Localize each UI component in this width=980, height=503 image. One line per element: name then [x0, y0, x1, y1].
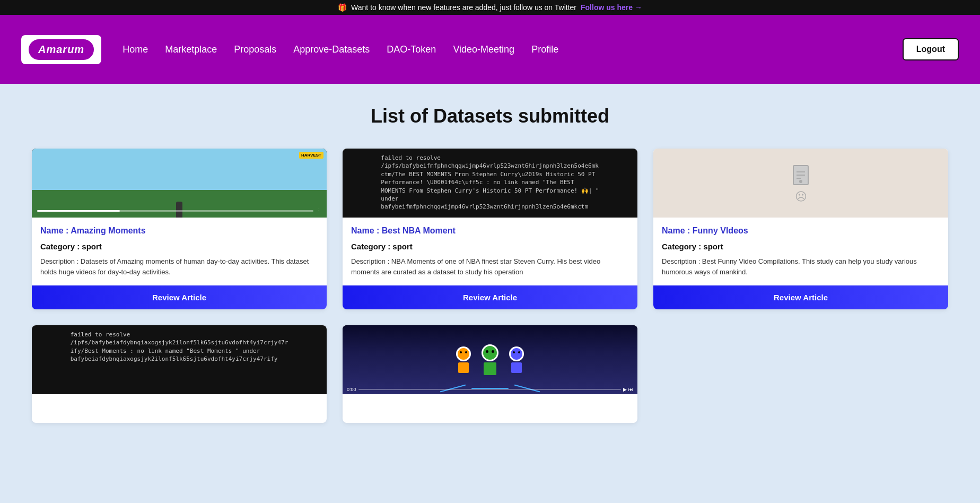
- nav-dao-token[interactable]: DAO-Token: [387, 44, 436, 55]
- follow-link[interactable]: Follow us here →: [581, 3, 642, 12]
- dataset-card-5: 0:00 ▶ ⏮: [343, 325, 637, 423]
- error-text-4: failed to resolve /ipfs/bafybeiafdybnqia…: [71, 331, 288, 363]
- card-name-2[interactable]: Name : Best NBA Moment: [351, 226, 629, 236]
- main-content: List of Datasets submitted HARVEST ⋮ Nam…: [0, 84, 980, 444]
- navbar: Amarum Home Marketplace Proposals Approv…: [0, 15, 980, 84]
- card-category-1: Category : sport: [40, 242, 318, 251]
- card-desc-1: Description : Datasets of Amazing moment…: [40, 256, 318, 277]
- logo-wrap: Amarum: [21, 35, 101, 64]
- card-body-4: [32, 394, 327, 423]
- review-button-3[interactable]: Review Article: [653, 285, 948, 309]
- logo[interactable]: Amarum: [28, 38, 95, 61]
- dataset-card-3: ☹ Name : Funny VIdeos Category : sport D…: [653, 149, 948, 309]
- error-text-2: failed to resolve /ipfs/bafybeifmfphnchq…: [381, 154, 599, 211]
- card-name-1[interactable]: Name : Amazing Moments: [40, 226, 318, 236]
- nav-home[interactable]: Home: [122, 44, 148, 55]
- card-media-4: failed to resolve /ipfs/bafybeiafdybnqia…: [32, 325, 327, 394]
- page-title: List of Datasets submitted: [32, 105, 948, 127]
- logout-button[interactable]: Logout: [903, 38, 959, 60]
- file-placeholder-icon: ☹: [788, 162, 813, 204]
- card-category-3: Category : sport: [662, 242, 940, 251]
- dataset-grid: HARVEST ⋮ Name : Amazing Moments Categor…: [32, 149, 948, 423]
- card-media-1: HARVEST ⋮: [32, 149, 327, 218]
- card-category-2: Category : sport: [351, 242, 629, 251]
- watermark: HARVEST: [299, 152, 323, 159]
- nav-profile[interactable]: Profile: [531, 44, 558, 55]
- review-button-2[interactable]: Review Article: [343, 285, 637, 309]
- card-body-2: Name : Best NBA Moment Category : sport …: [343, 218, 637, 285]
- nav-marketplace[interactable]: Marketplace: [165, 44, 217, 55]
- banner-message: Want to know when new features are added…: [351, 3, 576, 12]
- dataset-card-4: failed to resolve /ipfs/bafybeiafdybnqia…: [32, 325, 327, 423]
- svg-point-4: [799, 180, 802, 183]
- card-media-2: failed to resolve /ipfs/bafybeifmfphnchq…: [343, 149, 637, 218]
- card-body-1: Name : Amazing Moments Category : sport …: [32, 218, 327, 285]
- nav-proposals[interactable]: Proposals: [234, 44, 276, 55]
- card-media-5: 0:00 ▶ ⏮: [343, 325, 637, 394]
- banner-icon: 🎁: [338, 3, 347, 12]
- nav-links: Home Marketplace Proposals Approve-Datas…: [122, 44, 903, 55]
- card-body-3: Name : Funny VIdeos Category : sport Des…: [653, 218, 948, 285]
- card-name-3[interactable]: Name : Funny VIdeos: [662, 226, 940, 236]
- nav-video-meeting[interactable]: Video-Meeting: [453, 44, 514, 55]
- card-desc-3: Description : Best Funny Video Compilati…: [662, 256, 940, 277]
- dataset-card-2: failed to resolve /ipfs/bafybeifmfphnchq…: [343, 149, 637, 309]
- review-button-1[interactable]: Review Article: [32, 285, 327, 309]
- card-desc-2: Description : NBA Moments of one of NBA …: [351, 256, 629, 277]
- card-media-3: ☹: [653, 149, 948, 218]
- nav-approve-datasets[interactable]: Approve-Datasets: [293, 44, 370, 55]
- card-body-5: [343, 394, 637, 423]
- top-banner: 🎁 Want to know when new features are add…: [0, 0, 980, 15]
- dataset-card: HARVEST ⋮ Name : Amazing Moments Categor…: [32, 149, 327, 309]
